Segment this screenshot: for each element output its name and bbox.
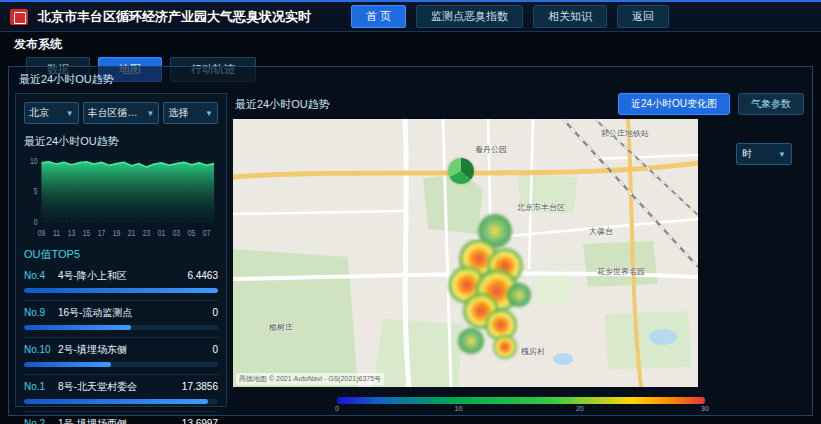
svg-text:0: 0 [34,217,38,227]
rank-label: No.1 [24,381,52,392]
rank-label: No.4 [24,270,52,281]
site-select[interactable]: 选择 ▼ [163,102,218,124]
svg-text:23: 23 [143,229,151,239]
top5-title: OU值TOP5 [24,247,218,262]
ou-value: 17.3856 [182,381,218,392]
heatmap-blob [458,328,484,354]
site-name: 4号-降小上和区 [58,269,181,283]
legend-gradient-bar [337,397,705,404]
rank-label: No.9 [24,307,52,318]
svg-text:01: 01 [158,229,166,239]
rank-label: No.2 [24,418,52,424]
legend-ticks: 0 10 20 30 [337,405,705,417]
heatmap-legend: 0 10 20 30 [233,395,806,419]
app-root: 北京市丰台区循环经济产业园大气恶臭状况实时 首 页 监测点恶臭指数 相关知识 返… [0,0,821,424]
system-label: 发布系统 [14,36,807,53]
city-select-value: 北京 [29,106,49,120]
panel-title: 最近24小时OU趋势 [19,72,114,87]
list-item[interactable]: No.4 4号-降小上和区 6.4463 [24,264,218,301]
district-select[interactable]: 丰台区循环经济产 ▼ [83,102,160,124]
city-select[interactable]: 北京 ▼ [24,102,79,124]
svg-text:13: 13 [68,229,76,239]
list-item[interactable]: No.10 2号-填埋场东侧 0 [24,338,218,375]
ou-value: 0 [212,344,218,355]
nav-knowledge[interactable]: 相关知识 [533,5,607,28]
ou-value: 0 [212,307,218,318]
svg-text:03: 03 [173,229,181,239]
site-name: 1号-填埋场西侧 [58,417,176,424]
list-item[interactable]: No.1 8号-北天堂村委会 17.3856 [24,375,218,412]
svg-text:21: 21 [128,229,136,239]
svg-text:11: 11 [53,229,60,239]
map-wrap: 看丹公园 郭公庄地铁站 北京市丰台区 大葆台 花乡世界名园 榆树庄 槐房村 高德… [233,119,806,387]
svg-text:10: 10 [30,156,38,166]
heatmap-blob [507,283,531,307]
map-place-label: 榆树庄 [269,322,293,333]
value-bar [24,399,218,404]
legend-tick: 20 [576,405,584,412]
map-header: 最近24小时OU趋势 近24小时OU变化图 气象参数 [233,93,806,115]
map-title: 最近24小时OU趋势 [235,97,330,112]
map-place-label: 大葆台 [589,226,613,237]
chevron-down-icon: ▼ [778,150,786,159]
map-canvas[interactable]: 看丹公园 郭公庄地铁站 北京市丰台区 大葆台 花乡世界名园 榆树庄 槐房村 高德… [233,119,698,387]
trend-area-series [41,162,214,222]
sidebar: 北京 ▼ 丰台区循环经济产 ▼ 选择 ▼ 最近24小时OU趋势 [15,93,227,407]
value-bar [24,362,218,367]
main-panel: 最近24小时OU趋势 北京 ▼ 丰台区循环经济产 ▼ 选择 ▼ 最近24小时OU… [8,66,813,416]
time-unit-select[interactable]: 时 ▼ [736,143,792,165]
nav-home[interactable]: 首 页 [351,5,406,28]
trend-chart-svg: 0510091113151719212301030507 [24,151,218,239]
chevron-down-icon: ▼ [66,109,74,118]
heatmap-blob [493,335,517,359]
weather-params-button[interactable]: 气象参数 [738,93,804,115]
app-header: 北京市丰台区循环经济产业园大气恶臭状况实时 首 页 监测点恶臭指数 相关知识 返… [0,2,821,32]
chevron-down-icon: ▼ [205,109,213,118]
filter-selects: 北京 ▼ 丰台区循环经济产 ▼ 选择 ▼ [24,102,218,124]
svg-text:15: 15 [83,229,91,239]
rank-label: No.10 [24,344,52,355]
map-section: 最近24小时OU趋势 近24小时OU变化图 气象参数 [233,93,806,407]
svg-text:05: 05 [188,229,196,239]
legend-tick: 10 [455,405,463,412]
ou-change-chart-button[interactable]: 近24小时OU变化图 [618,93,730,115]
svg-text:07: 07 [203,229,211,239]
chevron-down-icon: ▼ [147,109,155,118]
list-item[interactable]: No.2 1号-填埋场西侧 13.6997 [24,412,218,424]
site-name: 8号-北天堂村委会 [58,380,176,394]
top5-list: No.4 4号-降小上和区 6.4463 No.9 16号-流动监测点 0 [24,264,218,424]
ou-value: 13.6997 [182,418,218,424]
site-name: 2号-填埋场东侧 [58,343,206,357]
map-place-label: 花乡世界名园 [597,266,645,277]
ou-value: 6.4463 [187,270,218,281]
value-bar [24,325,218,330]
trend-chart-title: 最近24小时OU趋势 [24,134,218,149]
value-bar [24,288,218,293]
svg-text:09: 09 [38,229,46,239]
svg-text:5: 5 [34,187,38,197]
site-select-value: 选择 [168,106,188,120]
ou-trend-chart: 0510091113151719212301030507 [24,151,218,239]
site-name: 16号-流动监测点 [58,306,206,320]
legend-tick: 0 [335,405,339,412]
time-unit-value: 时 [742,147,752,161]
station-pie-marker[interactable] [448,158,474,184]
map-place-label: 郭公庄地铁站 [601,128,649,139]
svg-text:19: 19 [113,229,121,239]
app-title: 北京市丰台区循环经济产业园大气恶臭状况实时 [38,8,311,26]
map-buttons: 近24小时OU变化图 气象参数 [618,93,804,115]
nav-odor-index[interactable]: 监测点恶臭指数 [416,5,523,28]
legend-tick: 30 [701,405,709,412]
map-place-label: 北京市丰台区 [517,202,565,213]
map-place-label: 槐房村 [521,346,545,357]
map-place-label: 看丹公园 [475,144,507,155]
nav-back[interactable]: 返回 [617,5,669,28]
district-select-value: 丰台区循环经济产 [88,106,145,120]
svg-text:17: 17 [98,229,106,239]
app-logo [10,9,28,25]
list-item[interactable]: No.9 16号-流动监测点 0 [24,301,218,338]
main-nav: 首 页 监测点恶臭指数 相关知识 返回 [351,5,669,28]
map-attribution: 高德地图 © 2021 AutoNavi - GS(2021)6375号 [236,373,384,385]
